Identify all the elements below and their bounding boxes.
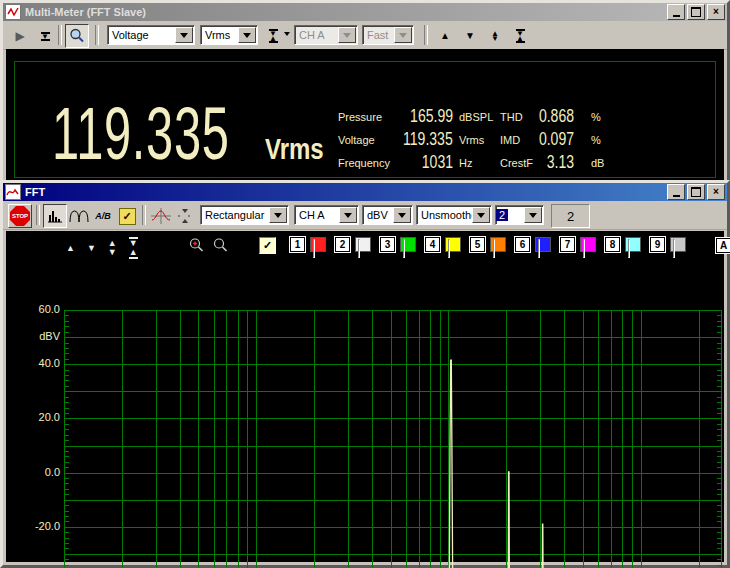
minimize-button[interactable] [667, 4, 685, 20]
overlay-count-select[interactable]: 2 [495, 205, 544, 225]
spectrum-view-button[interactable] [43, 204, 67, 228]
range-up-button[interactable]: ▲ [433, 24, 457, 48]
autofit-range-icon: ▼▲ [516, 29, 525, 43]
single-run-icon: ▼ [41, 32, 50, 41]
single-run-button[interactable]: ▼ [33, 24, 57, 48]
range-down-button[interactable]: ▼ [458, 24, 482, 48]
expand-range-button[interactable]: ▲▼ [483, 24, 507, 48]
reading-value: 0.868 [529, 106, 574, 127]
channel-4-button[interactable]: 4 [425, 237, 440, 252]
y-axis-tick-label: 20.0 [12, 411, 60, 423]
scale-down-icon[interactable]: ▼ [87, 244, 96, 253]
channel-9-button[interactable]: 9 [650, 237, 665, 252]
smoothed-view-button[interactable] [67, 204, 91, 228]
transfer-function-button[interactable] [149, 204, 173, 228]
fft-channel-select[interactable]: CH A [294, 205, 359, 225]
maximize-icon [691, 187, 701, 197]
smooth-curve-icon [69, 209, 89, 223]
zoom-out-icon[interactable] [212, 237, 229, 254]
maximize-button[interactable] [687, 4, 705, 20]
channel-7-button[interactable]: 7 [560, 237, 575, 252]
channel-item: 4 [425, 237, 461, 252]
signal-type-select[interactable]: Voltage [107, 25, 195, 45]
minimize-button[interactable] [667, 184, 685, 200]
spectrum-plot[interactable] [63, 310, 723, 568]
channel-3-visibility-checkbox[interactable] [400, 237, 416, 252]
channel-2-button[interactable]: 2 [335, 237, 350, 252]
auto-range-button[interactable] [173, 204, 197, 228]
smoothing-select[interactable]: Unsmoothed [416, 205, 492, 225]
run-button[interactable]: ▶ [8, 24, 32, 48]
chevron-down-icon[interactable] [284, 32, 290, 36]
toolbar-separator [95, 25, 99, 45]
channel-5-button[interactable]: 5 [470, 237, 485, 252]
meter-display-panel: 119.335 Vrms Pressure 165.99 dBSPL THD 0… [6, 49, 724, 184]
chevron-down-icon[interactable] [524, 207, 542, 223]
maximize-button[interactable] [687, 184, 705, 200]
close-icon: × [713, 187, 719, 197]
channel-6-visibility-checkbox[interactable] [535, 237, 551, 252]
zoom-in-icon[interactable] [188, 237, 205, 254]
reading-unit: dBSPL [453, 111, 500, 123]
multimeter-window: Multi-Meter (FFT Slave) × ▶ ▼ Voltage [0, 0, 730, 184]
channel-8-visibility-checkbox[interactable] [625, 237, 641, 252]
channel-6-button[interactable]: 6 [515, 237, 530, 252]
fft-window-select[interactable]: Rectangular [200, 205, 289, 225]
stop-button[interactable]: STOP [8, 204, 32, 228]
fft-titlebar[interactable]: FFT × [3, 183, 727, 201]
compress-range-button[interactable]: ▼▲ [261, 24, 285, 48]
channel-9-visibility-checkbox[interactable] [670, 237, 686, 252]
channel-5-visibility-checkbox[interactable] [490, 237, 506, 252]
chevron-down-icon[interactable] [393, 207, 411, 223]
overlay-a-button[interactable]: A [716, 238, 730, 253]
reading-label: Pressure [338, 111, 398, 123]
channel-2-visibility-checkbox[interactable] [355, 237, 371, 252]
y-axis-tick-label: -20.0 [12, 520, 60, 532]
autofit-range-button[interactable]: ▼▲ [508, 24, 532, 48]
checkbox-box [493, 239, 495, 258]
spectrum-bars-icon [47, 209, 63, 223]
unit-select[interactable]: Vrms [200, 25, 258, 45]
channel-1-button[interactable]: 1 [290, 237, 305, 252]
maximize-icon [691, 7, 701, 17]
expand-scale-icon[interactable]: ▲▼ [108, 239, 117, 257]
main-reading-unit: Vrms [265, 132, 324, 166]
multimeter-app-icon [5, 4, 21, 20]
chevron-down-icon[interactable] [472, 207, 490, 223]
y-axis-tick-label: 0.0 [12, 466, 60, 478]
close-button[interactable]: × [707, 184, 725, 200]
chevron-down-icon[interactable] [339, 207, 357, 223]
magnifier-button[interactable] [65, 24, 89, 48]
fft-app-icon [5, 184, 21, 200]
channel-1-visibility-checkbox[interactable] [310, 237, 326, 252]
chevron-down-icon[interactable] [175, 27, 193, 43]
checkbox-box [538, 239, 540, 258]
channel-8-button[interactable]: 8 [605, 237, 620, 252]
channel-4-visibility-checkbox[interactable] [445, 237, 461, 252]
toolbar-separator [142, 205, 146, 225]
ab-compare-button[interactable]: A/B [91, 204, 115, 228]
compress-scale-icon[interactable]: ▼▲ [129, 237, 138, 259]
chevron-down-icon[interactable] [238, 27, 256, 43]
channel-bar: 123456789 [290, 237, 695, 252]
y-axis-tick-label: 40.0 [12, 357, 60, 369]
channel-7-visibility-checkbox[interactable] [580, 237, 596, 252]
chevron-down-icon[interactable] [269, 207, 287, 223]
overlay-master-checkbox[interactable]: ✓ [259, 237, 276, 254]
y-axis-tick-label: 60.0 [12, 303, 60, 315]
main-reading-value: 119.335 [52, 97, 230, 171]
arrow-down-icon: ▼ [465, 31, 475, 41]
fft-unit-select[interactable]: dBV [362, 205, 413, 225]
arrow-up-icon: ▲ [440, 31, 450, 41]
main-reading: 119.335 Vrms [52, 97, 338, 171]
window-title: Multi-Meter (FFT Slave) [25, 6, 146, 18]
meter-speed-select: Fast [362, 25, 414, 45]
checkbox-box [583, 239, 585, 258]
channel-3-button[interactable]: 3 [380, 237, 395, 252]
scale-up-icon[interactable]: ▲ [66, 244, 75, 253]
minimize-icon [673, 195, 680, 197]
options-button[interactable]: ✓ [115, 204, 139, 228]
multimeter-toolbar: ▶ ▼ Voltage Vrms ▼▲ [3, 21, 727, 50]
multimeter-titlebar[interactable]: Multi-Meter (FFT Slave) × [3, 3, 727, 21]
close-button[interactable]: × [707, 4, 725, 20]
